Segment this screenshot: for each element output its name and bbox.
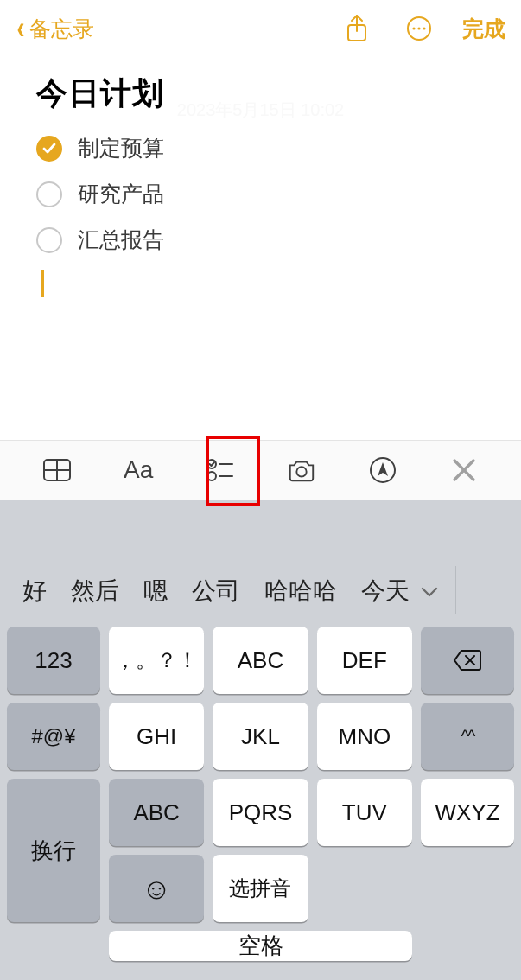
share-button[interactable] [338,10,376,48]
key-select-pinyin[interactable]: 选拼音 [213,855,308,922]
ime-expand-button[interactable] [420,582,439,601]
nav-bar: ‹ 备忘录 完成 [0,0,521,57]
text-cursor [41,270,44,297]
checkbox-empty-icon[interactable] [36,181,62,207]
emoji-icon: ☺ [142,872,172,906]
checklist-item-label[interactable]: 制定预算 [78,134,164,162]
key-label: ^^ [461,727,474,747]
back-chevron-icon[interactable]: ‹ [17,13,25,44]
done-button[interactable]: 完成 [462,15,505,43]
checklist-item[interactable]: 制定预算 [36,134,485,162]
keyboard-bottom-spacer [0,970,521,980]
back-label[interactable]: 备忘录 [29,15,94,43]
format-toolbar: Aa [0,440,521,500]
key-123[interactable]: 123 [7,627,100,694]
checklist-item[interactable]: 汇总报告 [36,226,485,254]
ime-candidate[interactable]: 嗯 [131,575,180,608]
key-wxyz[interactable]: WXYZ [421,779,514,846]
dismiss-keyboard-button[interactable] [442,448,486,493]
note-title[interactable]: 今日计划 [36,73,485,115]
keyboard: 好 然后 嗯 公司 哈哈哈 今天 123 ，。？！ ABC DEF [0,500,521,980]
key-abc-mode[interactable]: ABC [109,779,204,846]
camera-button[interactable] [279,448,324,493]
ime-candidate[interactable]: 然后 [59,575,131,608]
svg-point-2 [412,27,415,29]
checklist-icon [205,455,234,485]
checkbox-empty-icon[interactable] [36,227,62,253]
checklist-button[interactable] [197,448,242,493]
ime-candidate-strip: 好 然后 嗯 公司 哈哈哈 今天 [0,500,521,621]
key-abc-2[interactable]: ABC [213,627,308,694]
key-def[interactable]: DEF [317,627,412,694]
key-caret[interactable]: ^^ [421,703,514,770]
markup-icon [368,455,397,485]
chevron-down-icon [420,582,439,601]
checklist-item-label[interactable]: 研究产品 [78,180,164,208]
ime-candidate[interactable]: 今天 [349,575,415,608]
key-mno[interactable]: MNO [317,703,412,770]
share-icon [345,14,369,43]
key-tuv[interactable]: TUV [317,779,412,846]
more-button[interactable] [400,10,438,48]
table-button[interactable] [35,448,79,493]
svg-point-3 [417,27,420,29]
camera-icon [287,455,316,485]
key-label: #@¥ [31,724,75,748]
key-grid: 123 ，。？！ ABC DEF #@¥ GHI JKL MNO ^^ ABC … [0,621,521,970]
delete-icon [453,649,482,671]
markup-button[interactable] [360,448,405,493]
checklist: 制定预算 研究产品 汇总报告 [36,134,485,254]
text-format-button[interactable]: Aa [116,448,161,493]
ime-candidate[interactable]: 哈哈哈 [252,575,349,608]
more-icon [406,16,432,41]
ime-candidate[interactable]: 好 [10,575,59,608]
svg-point-4 [423,27,425,29]
key-delete[interactable] [421,627,514,694]
svg-point-10 [207,472,216,480]
key-symbols[interactable]: #@¥ [7,703,100,770]
table-icon [42,455,72,485]
close-icon [449,455,479,485]
key-punct[interactable]: ，。？！ [109,627,204,694]
key-pqrs[interactable]: PQRS [213,779,308,846]
key-jkl[interactable]: JKL [213,703,308,770]
ime-candidate[interactable]: 公司 [180,575,252,608]
svg-point-12 [296,467,306,476]
checklist-item[interactable]: 研究产品 [36,180,485,208]
key-emoji[interactable]: ☺ [109,855,204,922]
checkbox-checked-icon[interactable] [36,136,62,162]
key-ghi[interactable]: GHI [109,703,204,770]
checklist-item-label[interactable]: 汇总报告 [78,226,164,254]
key-space[interactable]: 空格 [109,931,412,961]
key-label: ，。？！ [115,646,198,674]
candidate-separator [455,566,457,614]
note-body[interactable]: 2023年5月15日 10:02 今日计划 制定预算 研究产品 汇总报告 [0,57,521,440]
key-return[interactable]: 换行 [7,779,100,922]
